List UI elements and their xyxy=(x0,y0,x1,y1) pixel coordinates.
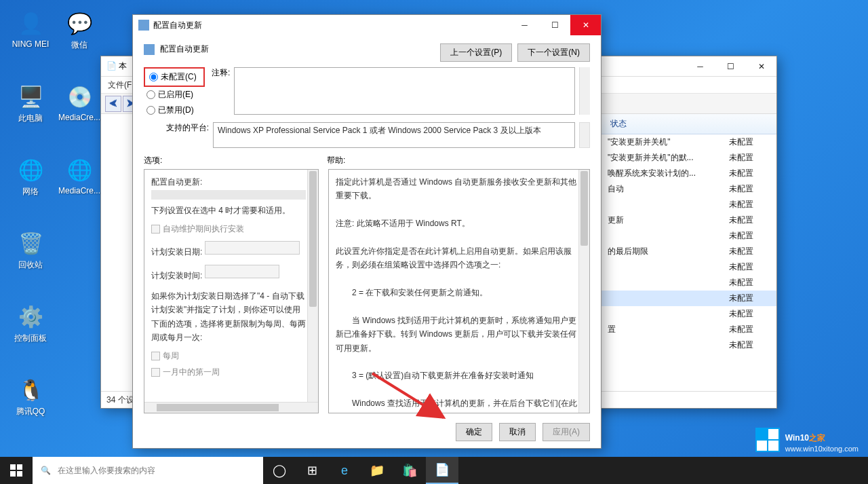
next-setting-button[interactable]: 下一个设置(N) xyxy=(517,43,590,62)
policy-dialog: 配置自动更新 ─ ☐ ✕ 配置自动更新 上一个设置(P) 下一个设置(N) xyxy=(132,14,601,449)
icon-label: MediaCre... xyxy=(56,186,103,196)
list-item[interactable]: 未配置 xyxy=(601,228,776,244)
state-radios: 未配置(C) 已启用(E) 已禁用(D) xyxy=(144,67,205,118)
icon-label: 控制面板 xyxy=(7,333,54,344)
list-item[interactable]: 置未配置 xyxy=(601,322,776,337)
install-day-label: 计划安装日期: xyxy=(151,247,202,257)
radio-not-configured[interactable]: 未配置(C) xyxy=(146,69,202,85)
platform-box: Windows XP Professional Service Pack 1 或… xyxy=(213,122,575,148)
app-icon: 💿 xyxy=(64,81,94,111)
options-dropdown[interactable] xyxy=(151,190,306,200)
search-box[interactable]: 🔍 在这里输入你要搜索的内容 xyxy=(33,457,263,484)
apply-button[interactable]: 应用(A) xyxy=(542,423,590,441)
column-header-status[interactable]: 状态 xyxy=(601,114,776,134)
install-time-select[interactable] xyxy=(205,265,279,278)
desktop-icon-此电脑[interactable]: 🖥️此电脑 xyxy=(7,81,54,124)
highlight-box: 未配置(C) xyxy=(144,67,205,87)
help-p4: 2 = 在下载和安装任何更新之前通知。 xyxy=(336,286,583,299)
desktop-icon-网络[interactable]: 🌐网络 xyxy=(7,155,54,198)
list-item[interactable]: 未配置 xyxy=(601,275,776,291)
app-icon: 🐧 xyxy=(16,375,45,405)
app-icon: 🌐 xyxy=(16,155,45,185)
desktop: 👤NING MEI💬微信🖥️此电脑💿MediaCre...🌐网络🌐MediaCr… xyxy=(0,0,868,484)
desktop-icon-微信[interactable]: 💬微信 xyxy=(56,8,103,51)
list-item[interactable]: 未配置 xyxy=(601,259,776,275)
help-p3: 此设置允许你指定是否在此计算机上启用自动更新。如果启用该服务，则必须在组策略设置… xyxy=(336,244,583,272)
watermark-url: www.win10xitong.com xyxy=(785,445,859,453)
install-day-select[interactable] xyxy=(205,241,300,255)
list-item[interactable]: 未配置 xyxy=(601,291,776,306)
help-label: 帮助: xyxy=(327,155,590,166)
start-button[interactable] xyxy=(0,457,33,484)
help-p7: Windows 查找适用于该计算机的更新，并在后台下载它们(在此过程中，用户不会… xyxy=(336,396,583,413)
dialog-close-button[interactable]: ✕ xyxy=(570,15,601,35)
dialog-maximize-button[interactable]: ☐ xyxy=(540,15,570,35)
options-paragraph: 如果你为计划安装日期选择了"4 - 自动下载计划安装"并指定了计划，则你还可以使… xyxy=(151,289,306,345)
desktop-icon-MediaCre...[interactable]: 🌐MediaCre... xyxy=(56,155,103,196)
list-item[interactable]: 未配置 xyxy=(601,197,776,212)
comment-scrollbar[interactable] xyxy=(579,67,590,115)
list-item[interactable]: "安装更新并关机"未配置 xyxy=(601,134,776,150)
explorer-icon[interactable]: 📁 xyxy=(361,457,393,484)
list-item[interactable]: 未配置 xyxy=(601,306,776,322)
checkbox-auto-maintenance[interactable] xyxy=(151,225,160,234)
app-icon: 👤 xyxy=(16,8,45,38)
dialog-titlebar[interactable]: 配置自动更新 ─ ☐ ✕ xyxy=(133,15,601,35)
install-time-label: 计划安装时间: xyxy=(151,271,202,280)
cortana-icon[interactable]: ◯ xyxy=(263,457,296,484)
options-label: 选项: xyxy=(144,155,327,166)
list-item[interactable]: 唤醒系统来安装计划的...未配置 xyxy=(601,166,776,181)
checkbox-weekly[interactable] xyxy=(151,352,160,360)
back-icon[interactable]: ⮜ xyxy=(105,96,121,112)
icon-label: 网络 xyxy=(7,186,54,198)
icon-label: NING MEI xyxy=(7,39,54,49)
help-p5: 当 Windows 找到适用于此计算机的更新时，系统将通知用户更新已准备好下载。… xyxy=(336,314,583,355)
edge-icon[interactable]: e xyxy=(328,457,361,484)
close-button[interactable]: ✕ xyxy=(746,56,776,77)
app-icon: 🖥️ xyxy=(16,81,45,111)
list-item[interactable]: 自动未配置 xyxy=(601,181,776,197)
watermark: Win10之家 www.win10xitong.com xyxy=(755,427,859,453)
ok-button[interactable]: 确定 xyxy=(456,423,492,441)
options-hscroll[interactable] xyxy=(144,402,318,413)
dialog-minimize-button[interactable]: ─ xyxy=(509,15,540,35)
radio-enabled[interactable]: 已启用(E) xyxy=(144,87,205,103)
taskview-icon[interactable]: ⊞ xyxy=(296,457,328,484)
app-icon: ⚙️ xyxy=(16,301,45,331)
heading-icon xyxy=(144,44,155,55)
desktop-icon-回收站[interactable]: 🗑️回收站 xyxy=(7,228,54,271)
dialog-icon xyxy=(138,20,149,31)
maximize-button[interactable]: ☐ xyxy=(715,56,746,77)
icon-label: 此电脑 xyxy=(7,113,54,124)
icon-label: 腾讯QQ xyxy=(7,406,54,417)
help-p1: 指定此计算机是否通过 Windows 自动更新服务接收安全更新和其他重要下载。 xyxy=(336,175,583,203)
options-scrollbar[interactable] xyxy=(307,170,318,413)
help-p2: 注意: 此策略不适用于 Windows RT。 xyxy=(336,217,583,230)
cancel-button[interactable]: 取消 xyxy=(499,423,536,441)
taskbar-app-gpedit[interactable]: 📄 xyxy=(426,457,458,484)
comment-textarea[interactable] xyxy=(234,67,575,115)
store-icon[interactable]: 🛍️ xyxy=(393,457,426,484)
desktop-icon-NING MEI[interactable]: 👤NING MEI xyxy=(7,8,54,49)
desktop-icon-控制面板[interactable]: ⚙️控制面板 xyxy=(7,301,54,344)
checkbox-first-week[interactable] xyxy=(151,368,160,377)
app-icon: 🌐 xyxy=(64,155,94,185)
platform-label: 支持的平台: xyxy=(144,122,209,134)
watermark-logo-icon xyxy=(755,428,780,452)
prev-setting-button[interactable]: 上一个设置(P) xyxy=(440,43,512,62)
dialog-title: 配置自动更新 xyxy=(153,20,509,31)
help-p6: 3 = (默认设置)自动下载更新并在准备好安装时通知 xyxy=(336,369,583,382)
options-note: 下列设置仅在选中 4 时才需要和适用。 xyxy=(151,204,306,217)
list-item[interactable]: 的最后期限未配置 xyxy=(601,244,776,259)
help-scrollbar[interactable] xyxy=(578,170,589,413)
minimize-button[interactable]: ─ xyxy=(685,56,715,77)
list-item[interactable]: 更新未配置 xyxy=(601,212,776,228)
app-icon: 💬 xyxy=(64,8,94,38)
radio-disabled[interactable]: 已禁用(D) xyxy=(144,103,205,118)
desktop-icon-腾讯QQ[interactable]: 🐧腾讯QQ xyxy=(7,375,54,417)
list-item[interactable]: "安装更新并关机"的默...未配置 xyxy=(601,150,776,166)
icon-label: 回收站 xyxy=(7,259,54,271)
platform-scrollbar[interactable] xyxy=(579,122,590,148)
desktop-icon-MediaCre...[interactable]: 💿MediaCre... xyxy=(56,81,103,122)
list-item[interactable]: 未配置 xyxy=(601,337,776,353)
